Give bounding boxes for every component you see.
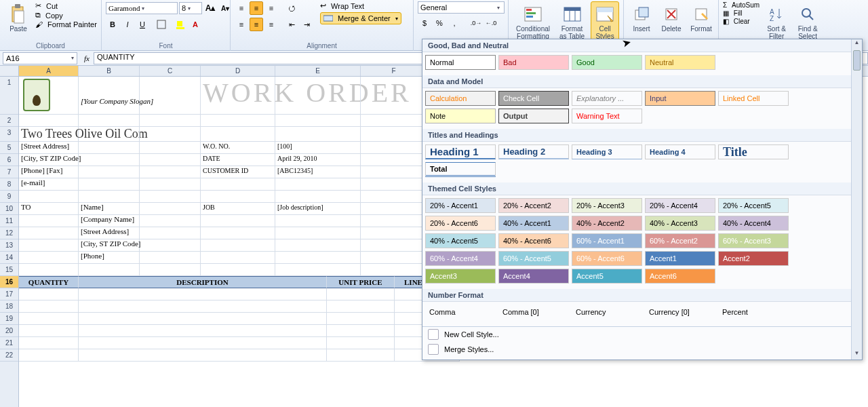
row-header[interactable]: 3	[0, 127, 18, 142]
merge-center-button[interactable]: Merge & Center ▾	[320, 12, 401, 24]
row-header[interactable]: 16	[0, 276, 18, 288]
row-header[interactable]: 13	[0, 239, 18, 252]
comma-format-button[interactable]: ,	[448, 16, 461, 30]
conditional-formatting-button[interactable]: Conditional Formatting	[513, 1, 553, 42]
name-box[interactable]: A16▾	[3, 52, 77, 64]
align-center-button[interactable]: ≡	[250, 18, 263, 31]
style-good[interactable]: Good	[572, 55, 642, 70]
row-header[interactable]: 22	[0, 349, 18, 362]
style-heading1[interactable]: Heading 1	[425, 144, 496, 159]
style-accent[interactable]: 60% - Accent5	[498, 251, 569, 266]
row-header[interactable]: 15	[0, 264, 18, 276]
style-currency0[interactable]: Currency [0]	[645, 305, 715, 319]
style-accent[interactable]: 40% - Accent6	[498, 233, 569, 248]
style-heading4[interactable]: Heading 4	[645, 144, 715, 159]
row-header[interactable]: 11	[0, 215, 18, 227]
style-currency[interactable]: Currency	[572, 305, 642, 319]
style-linked-cell[interactable]: Linked Cell	[718, 91, 789, 106]
cell-styles-button[interactable]: Cell Styles	[591, 1, 619, 42]
paste-button[interactable]: Paste	[4, 1, 33, 35]
style-accent[interactable]: 20% - Accent5	[718, 198, 789, 213]
row-header[interactable]: 8	[0, 178, 18, 191]
sort-filter-button[interactable]: AZSort & Filter	[762, 1, 791, 42]
row-header[interactable]: 2	[0, 115, 18, 127]
increase-decimal-button[interactable]: .0→	[469, 16, 483, 30]
style-comma0[interactable]: Comma [0]	[498, 305, 569, 319]
style-accent[interactable]: 20% - Accent6	[425, 216, 496, 231]
style-accent[interactable]: 20% - Accent4	[645, 198, 715, 213]
style-explanatory[interactable]: Explanatory ...	[572, 91, 642, 106]
style-accent[interactable]: Accent2	[718, 251, 789, 266]
increase-indent-button[interactable]: ⇥	[300, 18, 313, 31]
style-accent[interactable]: 60% - Accent3	[718, 233, 789, 248]
insert-button[interactable]: Insert	[628, 1, 655, 35]
grow-font-button[interactable]: A▴	[203, 1, 217, 15]
orientation-button[interactable]: ⭯	[285, 1, 298, 15]
wrap-text-button[interactable]: ↩ Wrap Text	[320, 1, 401, 10]
column-header[interactable]: A	[19, 66, 79, 76]
format-painter-button[interactable]: 🖌 Format Painter	[35, 20, 97, 28]
style-comma[interactable]: Comma	[425, 305, 496, 319]
row-header[interactable]: 12	[0, 227, 18, 239]
style-accent[interactable]: 60% - Accent2	[645, 233, 715, 248]
new-cell-style-menu[interactable]: New Cell Style...	[422, 327, 862, 342]
fx-icon[interactable]: fx	[80, 54, 94, 62]
cut-button[interactable]: ✂ Cut	[35, 1, 97, 10]
style-note[interactable]: Note	[425, 109, 496, 123]
style-accent[interactable]: 20% - Accent3	[572, 198, 642, 213]
column-header[interactable]: C	[140, 66, 201, 76]
row-header[interactable]: 6	[0, 154, 18, 166]
autosum-button[interactable]: Σ AutoSum	[723, 1, 760, 9]
align-top-button[interactable]: ≡	[235, 1, 248, 15]
row-header[interactable]: 18	[0, 301, 18, 313]
style-heading3[interactable]: Heading 3	[572, 144, 642, 159]
style-check-cell[interactable]: Check Cell	[498, 91, 569, 106]
row-header[interactable]: 1	[0, 77, 18, 115]
align-middle-button[interactable]: ≡	[250, 1, 263, 15]
style-output[interactable]: Output	[498, 109, 569, 123]
align-bottom-button[interactable]: ≡	[264, 1, 278, 15]
column-header[interactable]: B	[79, 66, 140, 76]
number-format-combo[interactable]: General▾	[418, 1, 505, 14]
style-bad[interactable]: Bad	[498, 55, 569, 70]
row-header[interactable]: 14	[0, 252, 18, 264]
align-left-button[interactable]: ≡	[235, 18, 248, 31]
row-header[interactable]: 9	[0, 191, 18, 203]
format-as-table-button[interactable]: Format as Table	[556, 1, 588, 42]
column-header[interactable]: E	[275, 66, 361, 76]
accounting-format-button[interactable]: $	[418, 16, 431, 30]
style-accent[interactable]: 40% - Accent4	[718, 216, 789, 231]
shrink-font-button[interactable]: A▾	[218, 1, 232, 15]
style-neutral[interactable]: Neutral	[645, 55, 715, 70]
align-right-button[interactable]: ≡	[264, 18, 278, 31]
bold-button[interactable]: B	[106, 18, 119, 31]
style-input[interactable]: Input	[645, 91, 715, 106]
row-header[interactable]: 21	[0, 337, 18, 349]
percent-format-button[interactable]: %	[433, 16, 446, 30]
decrease-indent-button[interactable]: ⇤	[285, 18, 298, 31]
style-warning-text[interactable]: Warning Text	[572, 109, 642, 123]
row-header[interactable]: 20	[0, 325, 18, 337]
row-header[interactable]: 19	[0, 313, 18, 325]
decrease-decimal-button[interactable]: ←.0	[484, 16, 498, 30]
font-name-combo[interactable]: Garamond▾	[106, 2, 178, 14]
style-accent[interactable]: Accent3	[425, 269, 496, 284]
column-header[interactable]: F	[361, 66, 427, 76]
style-calculation[interactable]: Calculation	[425, 91, 496, 106]
style-accent[interactable]: 60% - Accent1	[572, 233, 642, 248]
style-accent[interactable]: Accent5	[572, 269, 642, 284]
style-accent[interactable]: Accent6	[645, 269, 715, 284]
style-accent[interactable]: 60% - Accent6	[572, 251, 642, 266]
column-header[interactable]: D	[201, 66, 275, 76]
style-heading2[interactable]: Heading 2	[498, 144, 569, 159]
row-header[interactable]: 17	[0, 288, 18, 301]
font-size-combo[interactable]: 8▾	[179, 2, 202, 14]
style-accent[interactable]: 20% - Accent1	[425, 198, 496, 213]
style-accent[interactable]: Accent1	[645, 251, 715, 266]
style-accent[interactable]: 40% - Accent1	[498, 216, 569, 231]
row-header[interactable]: 10	[0, 203, 18, 215]
style-total[interactable]: Total	[425, 162, 496, 177]
fill-button[interactable]: ▦ Fill	[723, 9, 760, 17]
style-accent[interactable]: Accent4	[498, 269, 569, 284]
underline-button[interactable]: U	[136, 18, 149, 31]
